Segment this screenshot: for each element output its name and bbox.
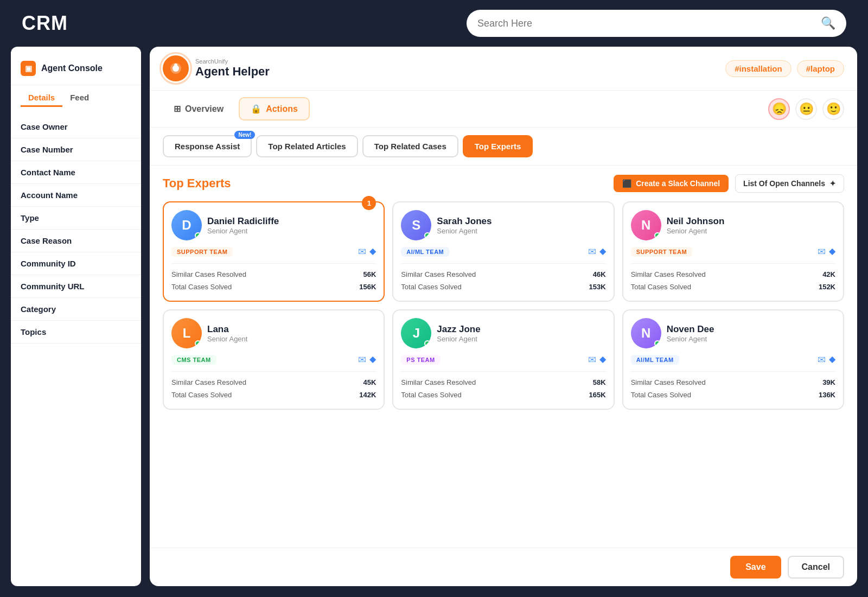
slack-btn-label: Create a Slack Channel	[636, 179, 720, 188]
nav-right: 😞 😐 🙂	[768, 98, 844, 120]
expert-info-noven: Noven Dee Senior Agent	[667, 324, 835, 343]
expert-card-daniel[interactable]: 1 D Daniel Radicliffe Senior Agent SUPPO…	[163, 201, 385, 302]
sidebar-item-community-url[interactable]: Community URL	[11, 275, 141, 298]
expert-team-row-lana: CMS TEAM ✉ ◆	[171, 354, 376, 366]
expert-top-lana: L Lana Senior Agent	[171, 318, 376, 348]
agent-brand: SearchUnify Agent Helper	[163, 55, 270, 81]
stat-value-similar-sarah: 46K	[593, 270, 606, 278]
stat-label-total-l: Total Cases Solved	[171, 391, 232, 399]
cancel-button[interactable]: Cancel	[788, 556, 844, 579]
avatar-lana: L	[171, 318, 202, 348]
new-badge: New!	[234, 131, 255, 139]
stat-label-similar-nv: Similar Cases Resolved	[631, 378, 706, 386]
sidebar-item-community-id[interactable]: Community ID	[11, 252, 141, 275]
list-open-channels-button[interactable]: List Of Open Channels ✦	[735, 174, 844, 193]
nav-left: ⊞ Overview 🔒 Actions	[163, 97, 310, 120]
team-badge-noven: AI/ML TEAM	[631, 355, 679, 365]
save-button[interactable]: Save	[730, 556, 781, 579]
sidebar: ▣ Agent Console Details Feed Case Owner …	[11, 47, 141, 586]
stat-value-total-sarah: 153K	[589, 283, 606, 291]
agent-tags: #installation #laptop	[725, 60, 844, 77]
tab-overview[interactable]: ⊞ Overview	[163, 97, 234, 120]
stat-label-similar: Similar Cases Resolved	[171, 270, 246, 278]
tab-top-related-articles[interactable]: Top Related Articles	[256, 135, 358, 157]
stat-value-similar-jazz: 58K	[593, 378, 606, 386]
tab-response-assist[interactable]: Response Assist New!	[163, 135, 252, 157]
expert-top-neil: N Neil Johnson Senior Agent	[631, 210, 835, 240]
stat-value-similar-lana: 45K	[363, 378, 376, 386]
overview-icon: ⊞	[174, 104, 181, 114]
mail-icon-neil[interactable]: ✉	[818, 246, 826, 258]
stat-total-neil: Total Cases Solved 152K	[631, 281, 835, 293]
expert-name-noven: Noven Dee	[667, 324, 835, 335]
expert-role-daniel: Senior Agent	[207, 227, 376, 235]
sidebar-item-case-number[interactable]: Case Number	[11, 138, 141, 161]
expert-card-lana[interactable]: L Lana Senior Agent CMS TEAM ✉ ◆	[163, 309, 385, 410]
tab-feed[interactable]: Feed	[62, 90, 97, 107]
diamond-icon-neil[interactable]: ◆	[829, 246, 835, 258]
expert-card-jazz[interactable]: J Jazz Jone Senior Agent PS TEAM ✉ ◆	[392, 309, 614, 410]
create-slack-channel-button[interactable]: ⬛ Create a Slack Channel	[614, 175, 729, 192]
mail-icon-jazz[interactable]: ✉	[588, 354, 596, 366]
mail-icon-lana[interactable]: ✉	[358, 354, 366, 366]
emoji-neutral[interactable]: 😐	[795, 98, 817, 120]
emoji-happy[interactable]: 🙂	[822, 98, 844, 120]
mail-icon-sarah[interactable]: ✉	[588, 246, 596, 258]
diamond-icon-noven[interactable]: ◆	[829, 354, 835, 366]
stat-value-similar-noven: 39K	[822, 378, 835, 386]
expert-team-row-sarah: AI/ML TEAM ✉ ◆	[401, 246, 605, 258]
search-bar: 🔍	[467, 10, 846, 37]
stat-value-total-neil: 152K	[819, 283, 835, 291]
expert-card-noven[interactable]: N Noven Dee Senior Agent AI/ML TEAM ✉ ◆	[622, 309, 844, 410]
expert-card-sarah[interactable]: S Sarah Jones Senior Agent AI/ML TEAM ✉ …	[392, 201, 614, 302]
expert-name-neil: Neil Johnson	[667, 216, 835, 227]
stat-similar-noven: Similar Cases Resolved 39K	[631, 376, 835, 389]
search-icon[interactable]: 🔍	[821, 16, 835, 30]
diamond-icon-lana[interactable]: ◆	[369, 354, 376, 366]
emoji-sad[interactable]: 😞	[768, 98, 790, 120]
expert-icons-neil: ✉ ◆	[818, 246, 835, 258]
expert-role-sarah: Senior Agent	[437, 227, 605, 235]
team-badge-neil: SUPPORT TEAM	[631, 247, 692, 257]
sidebar-item-topics[interactable]: Topics	[11, 321, 141, 344]
tab-details[interactable]: Details	[21, 90, 62, 107]
content-panel: SearchUnify Agent Helper #installation #…	[150, 47, 857, 586]
tab-top-related-cases[interactable]: Top Related Cases	[362, 135, 458, 157]
sidebar-item-account-name[interactable]: Account Name	[11, 184, 141, 207]
expert-name-lana: Lana	[207, 324, 376, 335]
diamond-icon-jazz[interactable]: ◆	[599, 354, 606, 366]
stat-similar-sarah: Similar Cases Resolved 46K	[401, 268, 605, 281]
agent-brand-name: SearchUnify	[195, 58, 270, 65]
expert-team-row-neil: SUPPORT TEAM ✉ ◆	[631, 246, 835, 258]
expert-icons-lana: ✉ ◆	[358, 354, 376, 366]
agent-title: Agent Helper	[195, 65, 270, 78]
expert-top-noven: N Noven Dee Senior Agent	[631, 318, 835, 348]
expert-name-sarah: Sarah Jones	[437, 216, 605, 227]
tab-top-experts[interactable]: Top Experts	[463, 135, 533, 157]
sidebar-item-contact-name[interactable]: Contact Name	[11, 161, 141, 184]
expert-top-jazz: J Jazz Jone Senior Agent	[401, 318, 605, 348]
diamond-icon-sarah[interactable]: ◆	[599, 246, 606, 258]
stat-label-total-j: Total Cases Solved	[401, 391, 461, 399]
tab-actions[interactable]: 🔒 Actions	[239, 97, 310, 120]
mail-icon-daniel[interactable]: ✉	[358, 246, 366, 258]
expert-info-sarah: Sarah Jones Senior Agent	[437, 216, 605, 235]
stat-value-similar-daniel: 56K	[363, 270, 376, 278]
stat-total-daniel: Total Cases Solved 156K	[171, 281, 376, 293]
expert-icons-sarah: ✉ ◆	[588, 246, 606, 258]
mail-icon-noven[interactable]: ✉	[818, 354, 826, 366]
sidebar-item-type[interactable]: Type	[11, 207, 141, 230]
expert-info-lana: Lana Senior Agent	[207, 324, 376, 343]
stat-similar-neil: Similar Cases Resolved 42K	[631, 268, 835, 281]
search-input[interactable]	[477, 18, 821, 29]
stat-value-total-jazz: 165K	[589, 391, 606, 399]
stat-value-total-noven: 136K	[819, 391, 835, 399]
sidebar-item-category[interactable]: Category	[11, 298, 141, 321]
sidebar-item-case-owner[interactable]: Case Owner	[11, 116, 141, 138]
stat-value-total-lana: 142K	[359, 391, 376, 399]
expert-card-neil[interactable]: N Neil Johnson Senior Agent SUPPORT TEAM…	[622, 201, 844, 302]
sidebar-item-case-reason[interactable]: Case Reason	[11, 230, 141, 252]
diamond-icon-daniel[interactable]: ◆	[369, 246, 376, 258]
expert-top-sarah: S Sarah Jones Senior Agent	[401, 210, 605, 240]
stat-label-total-n: Total Cases Solved	[631, 283, 691, 291]
